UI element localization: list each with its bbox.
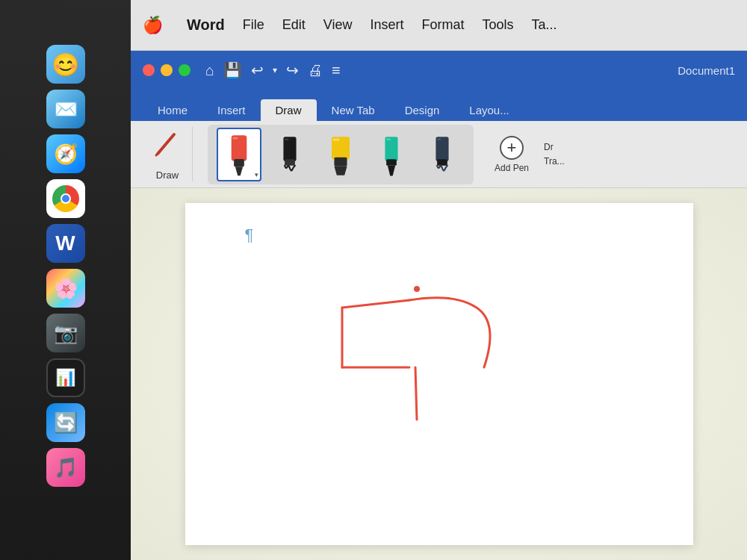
tra-label: Tra... — [544, 155, 565, 168]
drawing-canvas — [185, 203, 693, 545]
svg-rect-14 — [386, 159, 397, 166]
apple-menu[interactable]: 🍎 — [143, 16, 163, 35]
minimize-button[interactable] — [161, 64, 173, 76]
svg-rect-3 — [234, 159, 244, 167]
mac-dock: 😊 ✉️ 🧭 W 🌸 📷 📊 🔄 🎵 — [0, 0, 131, 560]
menu-format[interactable]: Format — [422, 17, 465, 33]
draw-tra-section: Dr Tra... — [544, 141, 565, 168]
menu-table[interactable]: Ta... — [532, 17, 557, 33]
menu-edit[interactable]: Edit — [282, 17, 306, 33]
dock-item-mail[interactable]: ✉️ — [46, 90, 85, 128]
document-title: Document1 — [678, 64, 735, 77]
menu-insert[interactable]: Insert — [370, 17, 403, 33]
svg-rect-18 — [437, 159, 447, 166]
draw-label: Draw — [156, 169, 179, 181]
tab-newtab[interactable]: New Tab — [317, 99, 390, 121]
dock-item-word[interactable]: W — [46, 224, 85, 263]
svg-rect-16 — [386, 138, 391, 140]
svg-rect-10 — [334, 157, 347, 166]
svg-rect-8 — [285, 138, 288, 140]
svg-marker-15 — [388, 165, 395, 175]
pen-tools-container: ▾ — [208, 125, 474, 184]
dock-item-finder[interactable]: 😊 — [46, 45, 85, 84]
pen-tool-4[interactable] — [369, 128, 414, 181]
pen1-dropdown[interactable]: ▾ — [255, 171, 258, 178]
pen-tool-3[interactable] — [318, 128, 363, 181]
dock-item-migration[interactable]: 🔄 — [46, 403, 85, 442]
main-content: 🍎 Word File Edit View Insert Format Tool… — [131, 0, 747, 560]
tab-layout[interactable]: Layou... — [454, 99, 524, 121]
draw-pencil-icon — [152, 128, 183, 167]
menu-bar: 🍎 Word File Edit View Insert Format Tool… — [131, 0, 747, 51]
dock-item-photos[interactable]: 🌸 — [46, 269, 85, 308]
svg-rect-6 — [283, 137, 296, 161]
tab-insert[interactable]: Insert — [202, 99, 261, 121]
pen-tool-1[interactable]: ▾ — [217, 128, 261, 181]
draw-tool-section[interactable]: Draw — [143, 127, 193, 181]
svg-line-0 — [158, 134, 174, 154]
menu-view[interactable]: View — [323, 17, 353, 33]
print-icon[interactable]: 🖨 — [308, 62, 323, 79]
svg-rect-7 — [285, 159, 295, 166]
pen-tool-5[interactable] — [420, 128, 465, 181]
document-page[interactable]: ¶ — [185, 203, 693, 545]
menu-file[interactable]: File — [243, 17, 264, 33]
toolbar-icons: ⌂ 💾 ↩ ▾ ↪ 🖨 ≡ — [205, 61, 341, 79]
tab-draw[interactable]: Draw — [261, 99, 317, 121]
svg-rect-13 — [385, 137, 397, 161]
svg-rect-12 — [333, 138, 340, 140]
add-pen-label: Add Pen — [495, 163, 529, 173]
dock-item-image-capture[interactable]: 📷 — [46, 314, 85, 352]
svg-marker-4 — [235, 167, 243, 175]
ribbon-tabs: Home Insert Draw New Tab Design Layou... — [131, 90, 747, 121]
svg-rect-5 — [232, 137, 238, 139]
add-pen-button[interactable]: + Add Pen — [489, 133, 535, 176]
pen-tool-2[interactable] — [267, 128, 312, 181]
add-pen-icon: + — [500, 136, 524, 160]
close-button[interactable] — [143, 64, 155, 76]
undo-icon[interactable]: ↩ — [251, 61, 264, 79]
dr-label: Dr — [544, 141, 565, 154]
maximize-button[interactable] — [179, 64, 190, 76]
dock-item-music[interactable]: 🎵 — [46, 448, 85, 487]
svg-rect-17 — [436, 137, 448, 161]
window-controls — [143, 64, 190, 76]
redo-icon[interactable]: ↪ — [286, 61, 299, 79]
tab-home[interactable]: Home — [143, 99, 202, 121]
svg-point-20 — [414, 286, 420, 292]
more-icon[interactable]: ≡ — [332, 62, 341, 79]
svg-rect-2 — [232, 135, 247, 161]
svg-rect-19 — [437, 138, 441, 140]
dock-item-chrome[interactable] — [46, 179, 85, 218]
save-icon[interactable]: 💾 — [223, 61, 242, 79]
tab-design[interactable]: Design — [390, 99, 455, 121]
document-area[interactable]: ¶ — [131, 188, 747, 560]
menu-word[interactable]: Word — [187, 16, 225, 34]
ribbon-toolbar: Draw ▾ — [131, 121, 747, 188]
title-bar: ⌂ 💾 ↩ ▾ ↪ 🖨 ≡ Document1 — [131, 51, 747, 90]
word-window: ⌂ 💾 ↩ ▾ ↪ 🖨 ≡ Document1 Home Insert Draw… — [131, 51, 747, 560]
undo-dropdown-icon[interactable]: ▾ — [273, 65, 277, 75]
svg-marker-11 — [334, 166, 347, 175]
dock-item-activity[interactable]: 📊 — [46, 358, 85, 397]
menu-tools[interactable]: Tools — [483, 17, 514, 33]
home-icon[interactable]: ⌂ — [205, 62, 214, 79]
dock-item-safari[interactable]: 🧭 — [46, 134, 85, 173]
